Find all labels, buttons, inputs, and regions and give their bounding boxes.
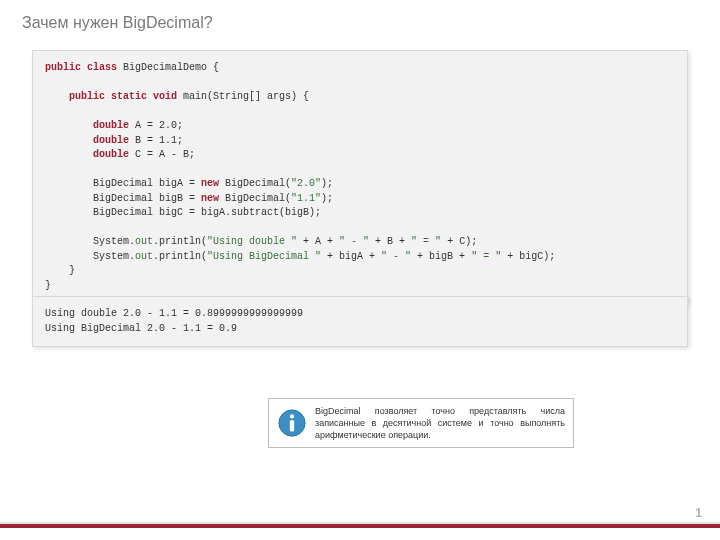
code-string: " = " [411, 236, 441, 247]
code-string: "Using BigDecimal " [207, 251, 321, 262]
code-text: BigDecimal( [219, 178, 291, 189]
code-text: .println( [153, 251, 207, 262]
code-text: BigDecimal bigA = [45, 178, 201, 189]
code-keyword: double [45, 135, 129, 146]
info-callout: BigDecimal позволяет точно представлять … [268, 398, 574, 448]
code-text: BigDecimal bigB = [45, 193, 201, 204]
code-keyword: double [45, 120, 129, 131]
code-text: A = 2.0; [129, 120, 183, 131]
page-number: 1 [695, 506, 702, 520]
code-string: " = " [471, 251, 501, 262]
code-keyword: public class [45, 62, 117, 73]
code-string: " - " [381, 251, 411, 262]
code-text: } [45, 265, 75, 276]
output-line: Using BigDecimal 2.0 - 1.1 = 0.9 [45, 323, 237, 334]
code-text: BigDecimalDemo { [117, 62, 219, 73]
code-text: BigDecimal( [219, 193, 291, 204]
code-text: main(String[] args) { [177, 91, 309, 102]
code-text: + B + [369, 236, 411, 247]
code-text: + bigB + [411, 251, 471, 262]
code-text: + bigC); [501, 251, 555, 262]
svg-point-2 [290, 414, 294, 418]
code-block: public class BigDecimalDemo { public sta… [32, 50, 688, 304]
code-text: C = A - B; [129, 149, 195, 160]
code-string: "1.1" [291, 193, 321, 204]
output-block: Using double 2.0 - 1.1 = 0.8999999999999… [32, 296, 688, 347]
code-text: System. [45, 251, 135, 262]
svg-rect-3 [290, 420, 294, 431]
code-string: "2.0" [291, 178, 321, 189]
code-text: ); [321, 193, 333, 204]
code-text: ); [321, 178, 333, 189]
code-string: " - " [339, 236, 369, 247]
code-text: + C); [441, 236, 477, 247]
info-icon [277, 408, 307, 438]
slide-title: Зачем нужен BigDecimal? [22, 14, 213, 32]
code-text: + bigA + [321, 251, 381, 262]
code-keyword: double [45, 149, 129, 160]
code-keyword: public static void [45, 91, 177, 102]
info-text: BigDecimal позволяет точно представлять … [315, 405, 565, 441]
code-field: out [135, 251, 153, 262]
code-text: B = 1.1; [129, 135, 183, 146]
code-keyword: new [201, 193, 219, 204]
code-text: .println( [153, 236, 207, 247]
footer-accent-bar [0, 524, 720, 528]
code-text: System. [45, 236, 135, 247]
code-field: out [135, 236, 153, 247]
code-text: + A + [297, 236, 339, 247]
output-line: Using double 2.0 - 1.1 = 0.8999999999999… [45, 308, 303, 319]
code-text: BigDecimal bigC = bigA.subtract(bigB); [45, 207, 321, 218]
code-text: } [45, 280, 51, 291]
code-keyword: new [201, 178, 219, 189]
code-string: "Using double " [207, 236, 297, 247]
